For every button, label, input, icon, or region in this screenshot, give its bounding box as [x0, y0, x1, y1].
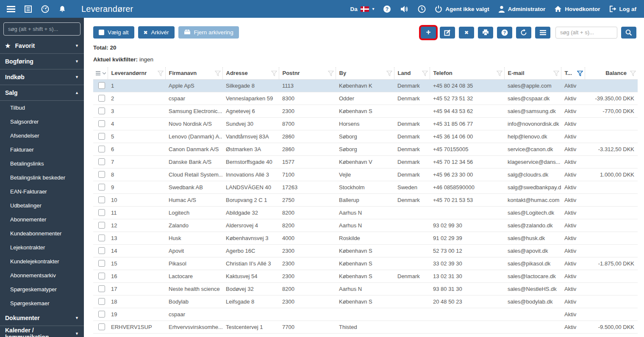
sidebar-item-spørgeskemaer[interactable]: Spørgeskemaer [0, 296, 84, 310]
table-row[interactable]: 9Swedbank ABLANDSVÄGEN 4017263StockholmS… [93, 181, 638, 193]
filter-icon[interactable] [328, 71, 334, 77]
delete-button[interactable]: ✖ [459, 27, 474, 39]
sidebar-section-kalender-kommunikation[interactable]: Kalender / kommunikation▼ [0, 326, 84, 337]
sidebar-item-betalingslink-beskeder[interactable]: Betalingslink beskeder [0, 171, 84, 185]
sidebar-section-favorit[interactable]: ★Favorit▼ [0, 38, 84, 54]
refresh-button[interactable] [516, 27, 531, 39]
filter-icon[interactable] [497, 71, 502, 77]
user-menu[interactable]: Administrator [498, 6, 546, 13]
row-checkbox[interactable] [98, 171, 105, 178]
sidebar-item-betalingslinks[interactable]: Betalingslinks [0, 157, 84, 171]
row-checkbox[interactable] [98, 95, 105, 102]
column-header-land[interactable]: Land [394, 67, 430, 79]
table-row[interactable]: 6Canon Danmark A/SØstmarken 3A2860Søborg… [93, 143, 638, 155]
row-checkbox[interactable] [98, 133, 105, 140]
add-button[interactable]: + [421, 27, 436, 39]
company-selector[interactable]: Hovedkontor [554, 6, 600, 12]
row-checkbox[interactable] [98, 260, 105, 267]
filter-icon[interactable] [422, 71, 428, 77]
row-checkbox[interactable] [98, 82, 105, 89]
table-row[interactable]: 11LogitechAbildgade 328200Aarhus Nsales@… [93, 206, 638, 219]
sound-button[interactable] [400, 6, 409, 13]
sidebar-item-salgsordrer[interactable]: Salgsordrer [0, 115, 84, 129]
unarchive-button[interactable]: Fjern arkivering [178, 26, 239, 39]
table-row[interactable]: 5Lenovo (Danmark) A...Vandtårnsvej 83A28… [93, 130, 638, 143]
sidebar-section-bogføring[interactable]: Bogføring▼ [0, 54, 84, 69]
help-button[interactable]: ? [497, 27, 512, 39]
table-row[interactable]: 3Samsung Electronic...Agnetevej 62300Køb… [93, 105, 638, 117]
filter-icon[interactable] [158, 71, 164, 77]
row-checkbox[interactable] [98, 285, 105, 292]
table-row[interactable]: 4Novo Nordisk A/SSundvej 308700HorsensDe… [93, 117, 638, 130]
table-row[interactable]: 16LactocareKaktusvej 542300København SDe… [93, 270, 638, 282]
filter-icon[interactable] [271, 71, 277, 77]
filter-icon[interactable] [553, 71, 559, 77]
table-row[interactable]: 13HuskKøbenhavnsvej 34000Roskilde91 02 2… [93, 232, 638, 244]
table-row[interactable]: 14ApovitAgerbo 16C2300København S52 73 0… [93, 244, 638, 257]
sidebar-section-dokumenter[interactable]: Dokumenter▼ [0, 310, 84, 326]
row-checkbox[interactable] [98, 247, 105, 254]
row-checkbox[interactable] [98, 298, 105, 305]
help-button[interactable]: ? [383, 5, 391, 13]
table-row[interactable]: 17Neste health scienceBodøvej 328200Aarh… [93, 282, 638, 295]
sidebar-item-kundeabonnementer[interactable]: Kundeabonnementer [0, 227, 84, 240]
table-row[interactable]: 10Humac A/SBorupvang 2 C 12750BallerupDe… [93, 193, 638, 206]
select-column-header[interactable] [93, 67, 108, 79]
column-header-tilstand[interactable]: T... [561, 67, 585, 79]
column-header-leverandoernr[interactable]: Leverandørnr [108, 67, 165, 79]
table-row[interactable]: 7Danske Bank A/SBernstorffsgade 401577Kø… [93, 155, 638, 168]
search-button[interactable] [621, 27, 636, 39]
grid-menu-icon[interactable] [96, 71, 100, 75]
row-checkbox[interactable] [98, 120, 105, 127]
row-checkbox[interactable] [98, 184, 105, 191]
filter-icon[interactable] [215, 71, 221, 77]
table-search-input[interactable] [555, 27, 617, 39]
filter-icon[interactable] [386, 71, 392, 77]
table-row[interactable]: 2cspaarVenneslaparken 598300OdderDenmark… [93, 92, 638, 105]
sidebar-item-kundelejekontrakter[interactable]: Kundelejekontrakter [0, 254, 84, 268]
row-checkbox[interactable] [98, 196, 105, 203]
row-checkbox[interactable] [98, 311, 105, 318]
sidebar-item-spørgeskematyper[interactable]: Spørgeskematyper [0, 282, 84, 296]
language-selector[interactable]: Da ▾ [350, 6, 374, 12]
row-checkbox[interactable] [98, 146, 105, 152]
row-checkbox[interactable] [98, 235, 105, 241]
table-row[interactable]: ERHVERV1SUPErhvervsvirsksomhe...Testcent… [93, 320, 638, 333]
logout-button[interactable]: Log af [609, 6, 637, 12]
table-row[interactable]: 12ZalandoAldersrovej 48200Aarhus N93 02 … [93, 219, 638, 232]
column-header-balance[interactable]: Balance [585, 67, 638, 79]
sidebar-search-input[interactable] [3, 22, 80, 36]
agent-selector[interactable]: Agent ikke valgt [435, 5, 489, 13]
edit-button[interactable] [440, 27, 455, 39]
sidebar-item-lejekontrakter[interactable]: Lejekontrakter [0, 240, 84, 254]
row-checkbox[interactable] [98, 209, 105, 216]
column-header-postnr[interactable]: Postnr [279, 67, 336, 79]
table-row[interactable]: 19cspaarAktiv [93, 308, 638, 320]
table-row[interactable]: 8Cloud Retail System...Innovations Allé … [93, 168, 638, 181]
sidebar-item-afsendelser[interactable]: Afsendelser [0, 129, 84, 143]
filter-icon[interactable] [577, 71, 583, 77]
column-header-telefon[interactable]: Telefon [430, 67, 504, 79]
sidebar-item-ean-fakturaer[interactable]: EAN-Fakturaer [0, 185, 84, 199]
table-row[interactable]: 18BodylabLeifsgade 82300København S20 48… [93, 295, 638, 308]
sidebar-section-indkøb[interactable]: Indkøb▼ [0, 69, 84, 85]
chevron-down-icon[interactable] [102, 72, 105, 75]
journal-icon[interactable] [25, 6, 32, 13]
row-checkbox[interactable] [98, 158, 105, 165]
table-row[interactable]: 15PikasolChristian II's Allé 32300Københ… [93, 257, 638, 270]
column-header-firmanavn[interactable]: Firmanavn [165, 67, 222, 79]
archive-button[interactable]: ✖ Arkivér [138, 26, 175, 39]
sidebar-item-abonnementsarkiv[interactable]: Abonnementsarkiv [0, 268, 84, 282]
notifications-icon[interactable] [58, 6, 66, 13]
row-checkbox[interactable] [98, 273, 105, 279]
column-header-by[interactable]: By [336, 67, 394, 79]
dashboard-icon[interactable] [41, 5, 49, 13]
print-button[interactable] [478, 27, 493, 39]
menu-toggle-icon[interactable] [7, 6, 15, 12]
column-header-email[interactable]: E-mail [504, 67, 561, 79]
history-button[interactable] [418, 5, 426, 13]
list-view-button[interactable] [535, 27, 550, 39]
sidebar-item-fakturaer[interactable]: Fakturaer [0, 143, 84, 157]
sidebar-item-udbetalinger[interactable]: Udbetalinger [0, 199, 84, 213]
filter-icon[interactable] [630, 71, 636, 77]
